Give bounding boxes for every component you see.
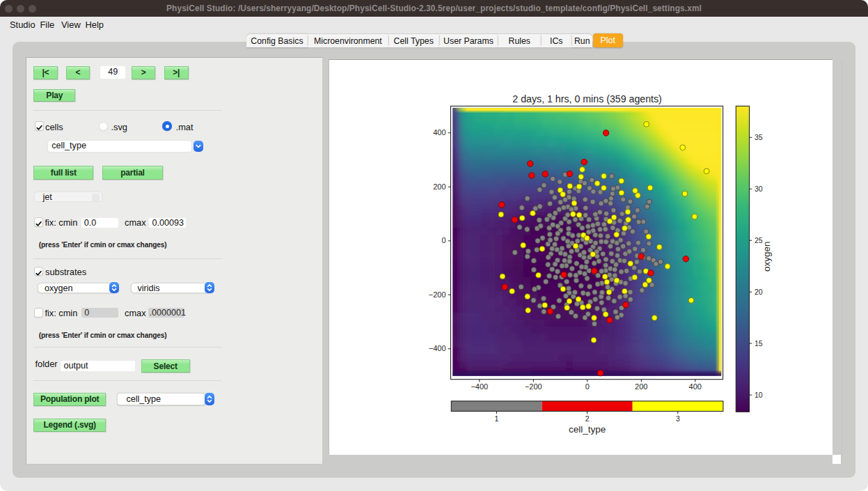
svg-text:−400: −400	[471, 382, 488, 391]
svg-text:20: 20	[755, 287, 763, 295]
svg-text:cell_type: cell_type	[569, 424, 606, 435]
svg-text:1: 1	[494, 414, 498, 423]
svg-text:3: 3	[676, 414, 680, 423]
svg-text:0: 0	[441, 236, 445, 244]
svg-text:200: 200	[635, 382, 647, 391]
svg-text:2 days, 1 hrs, 0 mins (359 age: 2 days, 1 hrs, 0 mins (359 agents)	[512, 93, 662, 104]
svg-text:15: 15	[755, 338, 763, 347]
svg-text:200: 200	[433, 182, 445, 191]
svg-text:2: 2	[585, 414, 589, 423]
svg-text:−200: −200	[428, 290, 445, 299]
svg-text:400: 400	[688, 382, 701, 391]
svg-text:10: 10	[755, 390, 763, 398]
svg-text:400: 400	[433, 128, 445, 137]
svg-text:oxygen: oxygen	[761, 241, 771, 272]
svg-text:0: 0	[585, 382, 589, 391]
svg-text:−400: −400	[428, 344, 445, 352]
svg-text:−200: −200	[525, 382, 542, 391]
svg-text:35: 35	[755, 133, 763, 141]
svg-text:30: 30	[755, 185, 763, 193]
